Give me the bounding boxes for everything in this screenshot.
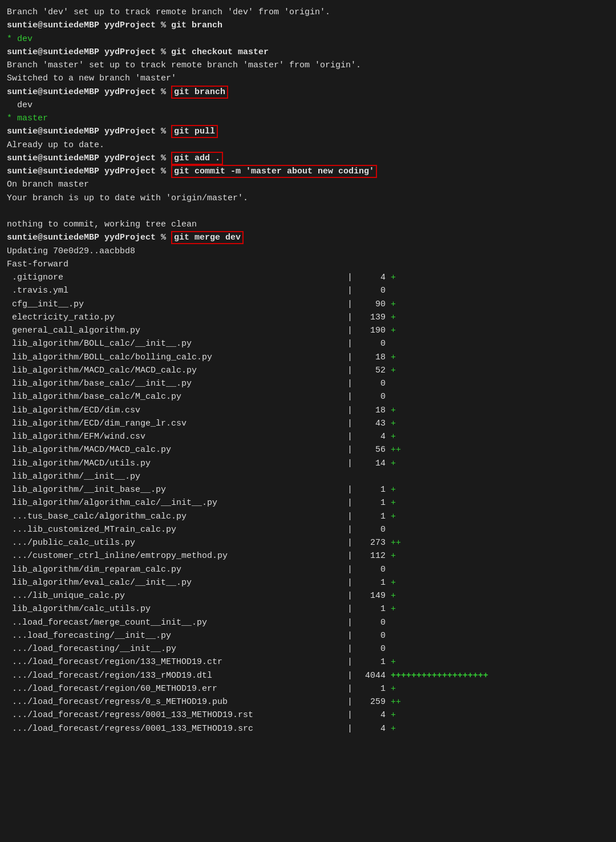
file-stat-line: .../load_forecast/region/60_METHOD19.err… [7,682,609,695]
file-change-indicator: + [386,576,396,589]
terminal-output-line: Fast-forward [7,258,609,271]
file-change-count: 4 [357,722,386,735]
prompt-line: suntie@suntiedeMBP yydProject % git merg… [7,231,609,244]
file-change-count: 1 [357,682,386,695]
file-stat-line: ...tus_base_calc/algorithm_calc.py|1 + [7,510,609,523]
file-change-count: 52 [357,364,386,377]
file-path: .../load_forecast/regress/0_s_METHOD19.p… [12,695,343,709]
file-change-indicator: + [386,602,396,616]
file-path: cfg__init__.py [12,298,343,311]
file-change-count: 0 [357,616,386,629]
file-change-indicator: + [386,549,396,562]
file-path: ...load_forecasting/__init__.py [12,629,343,642]
file-path: lib_algorithm/MACD_calc/MACD_calc.py [12,364,343,377]
file-change-count: 0 [357,337,386,350]
file-change-indicator: + [386,496,396,509]
terminal-output-line: nothing to commit, working tree clean [7,218,609,231]
prompt-text: suntie@suntiedeMBP yydProject % [7,233,171,242]
prompt-text: suntie@suntiedeMBP yydProject % [7,167,171,176]
file-change-indicator: + [386,298,396,311]
file-path: .../lib_unique_calc.py [12,589,343,602]
command-text: git pull [171,125,218,138]
file-change-indicator: ++ [386,536,401,549]
file-path: ...tus_base_calc/algorithm_calc.py [12,510,343,523]
file-change-count: 4 [357,709,386,722]
prompt-line: suntie@suntiedeMBP yydProject % git chec… [7,46,609,59]
file-stat-line: ...lib_customized_MTrain_calc.py|0 [7,523,609,536]
terminal-output-line: Branch 'dev' set up to track remote bran… [7,6,609,19]
file-change-indicator: + [386,430,396,443]
prompt-text: suntie@suntiedeMBP yydProject % [7,153,171,163]
file-change-count: 149 [357,589,386,602]
file-change-indicator: + [386,655,396,669]
file-path: lib_algorithm/ECD/dim.csv [12,404,343,417]
file-change-indicator: +++++++++++++++++++ [386,669,488,682]
file-path: lib_algorithm/BOLL_calc/bolling_calc.py [12,351,343,364]
file-change-count: 0 [357,390,386,403]
file-stat-line: lib_algorithm/EFM/wind.csv|4 + [7,430,609,443]
file-change-count: 139 [357,311,386,324]
file-stat-line: ..load_forecast/merge_count__init__.py|0 [7,616,609,629]
terminal-output-line: On branch master [7,178,609,191]
prompt-line: suntie@suntiedeMBP yydProject % git comm… [7,165,609,178]
file-stat-line: lib_algorithm/MACD/utils.py|14 + [7,457,609,470]
file-path: lib_algorithm/EFM/wind.csv [12,430,343,443]
file-stat-line: cfg__init__.py|90 + [7,298,609,311]
file-change-count: 1 [357,510,386,523]
file-path: .../load_forecast/regress/0001_133_METHO… [12,722,343,735]
file-change-count: 0 [357,563,386,576]
file-stat-line: lib_algorithm/MACD_calc/MACD_calc.py|52 … [7,364,609,377]
file-stat-line: lib_algorithm/ECD/dim.csv|18 + [7,404,609,417]
file-path: lib_algorithm/algorithm_calc/__init__.py [12,496,343,509]
file-path: .../load_forecast/regress/0001_133_METHO… [12,709,343,722]
file-change-indicator: + [386,722,396,735]
branch-name: dev [17,34,33,44]
prompt-line: suntie@suntiedeMBP yydProject % git bran… [7,86,609,99]
file-change-count: 259 [357,695,386,709]
file-change-count: 4 [357,430,386,443]
file-stat-line: lib_algorithm/ECD/dim_range_lr.csv|43 + [7,417,609,430]
file-stat-line: lib_algorithm/dim_reparam_calc.py|0 [7,563,609,576]
terminal-output-line: Your branch is up to date with 'origin/m… [7,192,609,205]
command-text: git branch [171,86,228,99]
file-stat-line: lib_algorithm/eval_calc/__init__.py|1 + [7,576,609,589]
file-change-count: 1 [357,655,386,669]
command-text: git merge dev [171,231,244,244]
file-stat-line: .travis.yml|0 [7,284,609,297]
file-path: ..load_forecast/merge_count__init__.py [12,616,343,629]
file-path: .../load_forecast/region/60_METHOD19.err [12,682,343,695]
file-path: lib_algorithm/__init_base__.py [12,483,343,496]
branch-line: * dev [7,33,609,46]
file-change-count: 90 [357,298,386,311]
file-change-count: 43 [357,417,386,430]
file-path: general_call_algorithm.py [12,324,343,337]
file-path: lib_algorithm/MACD/utils.py [12,457,343,470]
file-stat-line: .../lib_unique_calc.py|149 + [7,589,609,602]
file-stat-line: .../load_forecast/regress/0001_133_METHO… [7,709,609,722]
prompt-text: suntie@suntiedeMBP yydProject % [7,87,171,97]
prompt-line: suntie@suntiedeMBP yydProject % git pull [7,125,609,138]
file-change-count: 1 [357,496,386,509]
file-stat-line: lib_algorithm/algorithm_calc/__init__.py… [7,496,609,509]
file-change-indicator: + [386,364,396,377]
prompt-text: suntie@suntiedeMBP yydProject % [7,21,171,30]
prompt-line: suntie@suntiedeMBP yydProject % git add … [7,152,609,165]
terminal-output-line: Switched to a new branch 'master' [7,72,609,85]
file-change-count: 56 [357,443,386,456]
file-change-count: 4044 [357,669,386,682]
file-stat-line: lib_algorithm/BOLL_calc/__init__.py|0 [7,337,609,350]
file-change-indicator: + [386,351,396,364]
file-path: lib_algorithm/dim_reparam_calc.py [12,563,343,576]
file-path: lib_algorithm/base_calc/__init__.py [12,377,343,390]
file-change-indicator: + [386,457,396,470]
file-path: .../customer_ctrl_inline/emtropy_method.… [12,549,343,562]
file-change-count: 190 [357,324,386,337]
file-change-indicator: + [386,483,396,496]
file-change-indicator: + [386,709,396,722]
file-stat-line: .gitignore|4 + [7,271,609,284]
file-change-count: 14 [357,457,386,470]
file-change-count: 0 [357,642,386,655]
file-stat-line: .../load_forecast/region/133_rMOD19.dtl|… [7,669,609,682]
terminal-output-line: dev [7,99,609,112]
file-change-indicator: ++ [386,695,401,709]
